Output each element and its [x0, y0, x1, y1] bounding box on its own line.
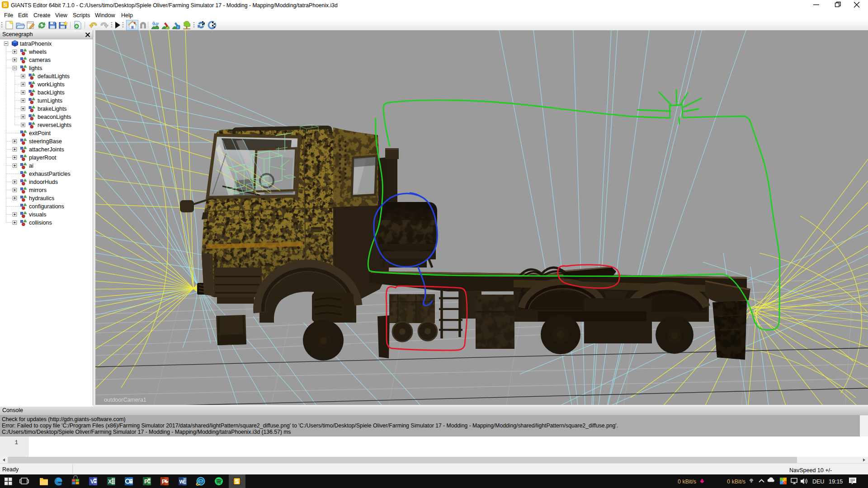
svg-text:playerRoot: playerRoot: [29, 155, 57, 161]
svg-text:indoorHuds: indoorHuds: [29, 179, 58, 185]
svg-text:collisions: collisions: [29, 220, 52, 226]
svg-text:19:15: 19:15: [829, 479, 843, 485]
svg-text:mirrors: mirrors: [29, 187, 47, 193]
svg-text:beaconLights: beaconLights: [38, 114, 71, 120]
svg-text:P: P: [144, 479, 148, 485]
svg-text:0 kBit/s: 0 kBit/s: [678, 479, 696, 485]
svg-text:V: V: [90, 479, 94, 485]
svg-text:exitPoint: exitPoint: [29, 130, 51, 136]
svg-text:backLights: backLights: [38, 89, 65, 96]
svg-text:outdoorCamera1: outdoorCamera1: [104, 397, 146, 403]
svg-text:W: W: [179, 479, 184, 484]
svg-text:cameras: cameras: [29, 57, 51, 63]
svg-text:turnLights: turnLights: [38, 98, 62, 104]
svg-text:hydraulics: hydraulics: [29, 195, 54, 202]
svg-text:workLights: workLights: [37, 81, 65, 88]
svg-text:DEU: DEU: [812, 479, 824, 485]
svg-text:reverseLights: reverseLights: [38, 122, 71, 128]
svg-text:exhaustParticles: exhaustParticles: [29, 171, 71, 177]
svg-text:steeringBase: steeringBase: [29, 138, 62, 145]
svg-text:brakeLights: brakeLights: [38, 106, 67, 112]
svg-text:lights: lights: [29, 65, 42, 71]
svg-text:PHOENIX: PHOENIX: [214, 236, 233, 240]
svg-text:wheels: wheels: [28, 49, 47, 55]
svg-text:attacherJoints: attacherJoints: [29, 146, 64, 153]
svg-text:ai: ai: [29, 163, 33, 169]
svg-text:X: X: [108, 479, 112, 485]
svg-text:configurations: configurations: [29, 203, 64, 210]
svg-text:defaultLights: defaultLights: [38, 73, 70, 80]
svg-text:visuals: visuals: [29, 211, 46, 218]
svg-text:tatraPhoenix: tatraPhoenix: [20, 41, 52, 47]
svg-text:0 kBit/s: 0 kBit/s: [727, 479, 745, 485]
